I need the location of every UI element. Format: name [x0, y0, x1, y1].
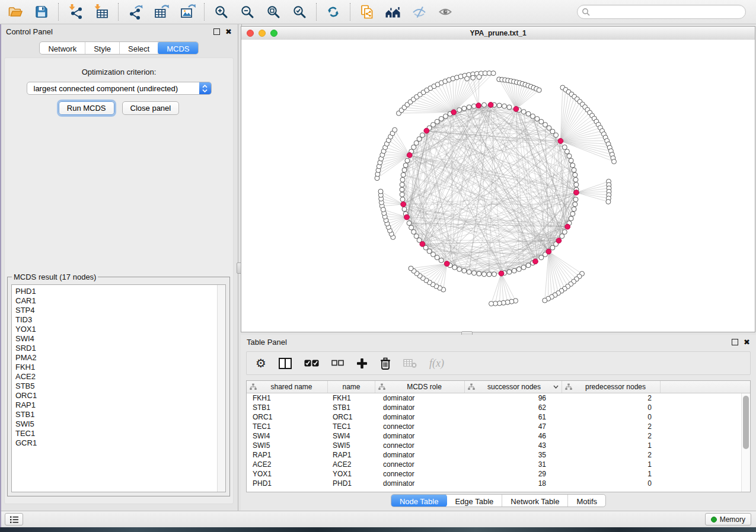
export-network-button[interactable] [122, 2, 148, 22]
open-session-button[interactable] [2, 2, 28, 22]
table-row[interactable]: SWI4SWI4dominator462 [247, 431, 742, 441]
tab-motifs[interactable]: Motifs [568, 495, 605, 507]
table-cell[interactable]: 96 [465, 394, 562, 402]
table-row[interactable]: STB1STB1dominator620 [247, 403, 742, 412]
search-input[interactable] [590, 6, 745, 18]
show-all-button[interactable] [432, 2, 458, 22]
mcds-result-item[interactable]: STB5 [15, 382, 225, 391]
table-row[interactable]: TEC1TEC1connector472 [247, 422, 742, 431]
tab-mcds[interactable]: MCDS [158, 41, 198, 55]
table-cell[interactable]: STB1 [247, 403, 328, 412]
table-cell[interactable]: 61 [465, 413, 562, 421]
column-header-successor-nodes[interactable]: successor nodes [465, 381, 562, 393]
table-cell[interactable]: 1 [562, 441, 661, 450]
zoom-selected-button[interactable] [286, 2, 312, 22]
table-cell[interactable]: FKH1 [247, 394, 328, 402]
network-graph[interactable] [241, 40, 755, 332]
select-all-button[interactable] [304, 355, 319, 371]
table-cell[interactable]: 2 [562, 451, 661, 459]
table-cell[interactable]: ACE2 [328, 460, 375, 469]
table-cell[interactable]: 29 [465, 470, 562, 478]
mcds-result-item[interactable]: STP4 [15, 306, 225, 315]
import-network-button[interactable] [62, 2, 88, 22]
mcds-result-item[interactable]: RAP1 [15, 400, 225, 410]
first-neighbors-button[interactable] [380, 2, 406, 22]
table-cell[interactable]: 43 [465, 441, 562, 450]
mcds-result-item[interactable]: PHD1 [15, 287, 225, 296]
run-mcds-button[interactable]: Run MCDS [59, 101, 114, 115]
table-cell[interactable]: connector [375, 460, 465, 469]
table-cell[interactable]: FKH1 [328, 394, 375, 402]
table-row[interactable]: FKH1FKH1dominator962 [247, 393, 742, 403]
criterion-dropdown[interactable]: largest connected component (undirected) [27, 82, 212, 95]
table-row[interactable]: ORC1ORC1dominator610 [247, 412, 742, 422]
apply-layout-button[interactable] [320, 2, 346, 22]
table-scrollbar[interactable] [741, 393, 750, 492]
table-cell[interactable]: SWI5 [247, 441, 328, 450]
table-cell[interactable]: dominator [375, 403, 465, 412]
status-menu-button[interactable] [5, 513, 23, 525]
table-scrollbar-thumb[interactable] [743, 396, 749, 449]
delete-column-button[interactable] [380, 355, 391, 371]
network-canvas[interactable] [241, 40, 755, 332]
table-row[interactable]: RAP1RAP1dominator352 [247, 450, 742, 460]
float-panel-icon[interactable] [732, 339, 738, 345]
mcds-list-scrollbar[interactable] [217, 285, 225, 492]
table-cell[interactable]: YOX1 [247, 470, 328, 478]
hide-selected-button[interactable] [406, 2, 432, 22]
table-cell[interactable]: 18 [465, 479, 562, 488]
column-header-predecessor-nodes[interactable]: predecessor nodes [562, 381, 661, 393]
table-cell[interactable]: 0 [562, 479, 661, 488]
table-cell[interactable]: PHD1 [328, 479, 375, 488]
table-cell[interactable]: ACE2 [247, 460, 328, 469]
table-cell[interactable]: 46 [465, 432, 562, 440]
add-column-button[interactable] [356, 355, 368, 371]
table-cell[interactable]: RAP1 [328, 451, 375, 459]
table-row[interactable]: YOX1YOX1connector291 [247, 469, 742, 479]
table-row[interactable]: ACE2ACE2connector311 [247, 460, 742, 469]
mcds-result-item[interactable]: SWI5 [15, 419, 225, 429]
zoom-in-button[interactable] [208, 2, 234, 22]
export-table-button[interactable] [148, 2, 174, 22]
table-cell[interactable]: 62 [465, 403, 562, 412]
table-cell[interactable]: SWI4 [247, 432, 328, 440]
table-cell[interactable]: connector [375, 470, 465, 478]
memory-button[interactable]: Memory [705, 513, 751, 525]
table-cell[interactable]: ORC1 [328, 413, 375, 421]
table-cell[interactable]: connector [375, 422, 465, 431]
zoom-fit-button[interactable] [260, 2, 286, 22]
column-header-name[interactable]: name [328, 381, 375, 393]
network-window-titlebar[interactable]: YPA_prune.txt_1 [241, 27, 755, 40]
tab-select[interactable]: Select [120, 42, 158, 54]
table-cell[interactable]: connector [375, 441, 465, 450]
deselect-all-button[interactable] [331, 355, 344, 371]
tab-style[interactable]: Style [85, 42, 120, 54]
close-window-traffic-light[interactable] [247, 30, 254, 37]
mcds-result-item[interactable]: CAR1 [15, 296, 225, 306]
table-cell[interactable]: RAP1 [247, 451, 328, 459]
table-cell[interactable]: 1 [562, 460, 661, 469]
table-cell[interactable]: 1 [562, 470, 661, 478]
table-cell[interactable]: 0 [562, 413, 661, 421]
mcds-result-item[interactable]: ORC1 [15, 391, 225, 400]
close-panel-icon[interactable]: ✖ [225, 28, 232, 36]
column-header-shared-name[interactable]: shared name [247, 381, 328, 393]
export-image-button[interactable] [174, 2, 200, 22]
table-cell[interactable]: YOX1 [328, 470, 375, 478]
table-cell[interactable]: dominator [375, 432, 465, 440]
mcds-result-item[interactable]: SWI4 [15, 334, 225, 344]
table-cell[interactable]: 2 [562, 394, 661, 402]
close-panel-button[interactable]: Close panel [122, 101, 180, 115]
float-panel-icon[interactable] [213, 28, 220, 35]
table-row[interactable]: PHD1PHD1dominator180 [247, 479, 742, 488]
mcds-result-item[interactable]: ACE2 [15, 372, 225, 382]
table-cell[interactable]: dominator [375, 413, 465, 421]
import-table-button[interactable] [88, 2, 114, 22]
table-cell[interactable]: SWI5 [328, 441, 375, 450]
table-cell[interactable]: 47 [465, 422, 562, 431]
table-settings-button[interactable]: ⚙ [256, 355, 266, 371]
table-cell[interactable]: 2 [562, 432, 661, 440]
mcds-result-item[interactable]: FKH1 [15, 363, 225, 372]
table-cell[interactable]: TEC1 [328, 422, 375, 431]
minimize-window-traffic-light[interactable] [259, 30, 266, 37]
